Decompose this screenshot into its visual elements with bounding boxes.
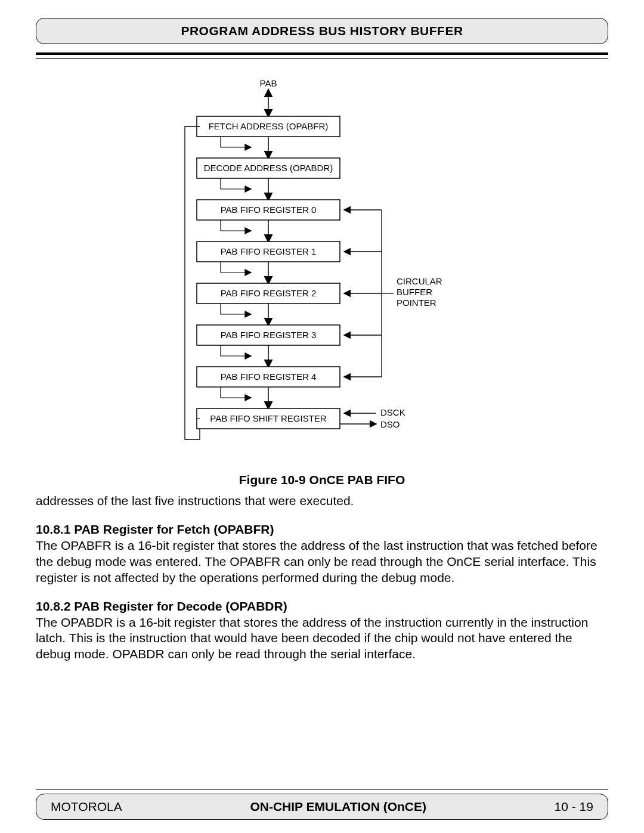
pointer-l1: CIRCULAR [397,276,442,286]
box-fifo0: PAB FIFO REGISTER 0 [221,205,317,215]
footer-rule [36,789,608,790]
box-shift: PAB FIFO SHIFT REGISTER [210,413,326,423]
page-footer: MOTOROLA ON-CHIP EMULATION (OnCE) 10 - 1… [36,789,608,820]
footer-center: ON-CHIP EMULATION (OnCE) [250,800,426,814]
footer-right: 10 - 19 [555,800,593,814]
box-decode: DECODE ADDRESS (OPABDR) [204,163,333,173]
dsck-label: DSCK [380,407,405,417]
box-fifo1: PAB FIFO REGISTER 1 [221,246,317,256]
header-rule-thin [36,58,608,59]
intro-paragraph: addresses of the last five instructions … [36,493,608,509]
section-1-body: The OPABFR is a 16-bit register that sto… [36,538,608,586]
pab-label: PAB [260,78,277,88]
box-fifo4: PAB FIFO REGISTER 4 [221,371,317,382]
page-header-title: PROGRAM ADDRESS BUS HISTORY BUFFER [181,24,463,38]
section-1-heading: 10.8.1 PAB Register for Fetch (OPABFR) [36,522,608,537]
box-fetch: FETCH ADDRESS (OPABFR) [209,121,329,131]
page-header-bar: PROGRAM ADDRESS BUS HISTORY BUFFER [36,18,608,44]
footer-bar: MOTOROLA ON-CHIP EMULATION (OnCE) 10 - 1… [36,794,608,820]
section-2-heading: 10.8.2 PAB Register for Decode (OPABDR) [36,599,608,614]
dso-label: DSO [380,419,400,429]
fifo-diagram: PAB FETCH ADDRESS (OPABFR) DECODE ADDRES… [131,76,513,469]
footer-left: MOTOROLA [51,800,122,814]
header-rule-thick [36,52,608,55]
section-2-body: The OPABDR is a 16-bit register that sto… [36,615,608,663]
box-fifo2: PAB FIFO REGISTER 2 [221,288,317,298]
figure-caption: Figure 10-9 OnCE PAB FIFO [36,473,608,487]
pointer-l3: POINTER [397,298,436,308]
box-fifo3: PAB FIFO REGISTER 3 [221,330,317,340]
pointer-l2: BUFFER [397,287,432,297]
